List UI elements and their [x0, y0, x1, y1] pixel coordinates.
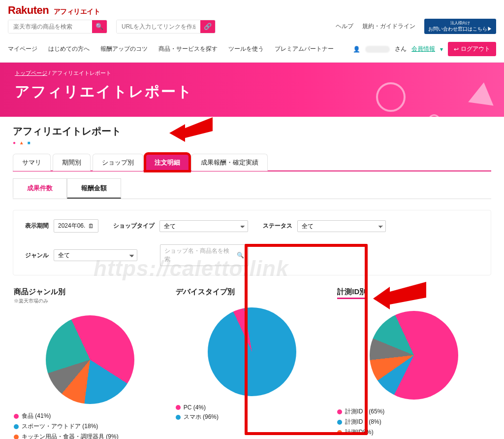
pie-genre: [46, 315, 134, 404]
tab-period[interactable]: 期間別: [53, 154, 91, 171]
filter-period: 表示期間 2024年06. 🗓: [25, 219, 98, 233]
chart-genre-note: ※楽天市場のみ: [14, 298, 167, 304]
url-link-button[interactable]: 🔗: [200, 20, 215, 34]
hero-deco-circle: [376, 82, 406, 112]
dot-blue: ■: [28, 140, 32, 145]
legend-label: 計測ID (8%): [345, 418, 381, 426]
top-right: ヘルプ 規約・ガイドライン 法人様向け お問い合わせ窓口はこちら▶: [336, 19, 496, 34]
legend-swatch: [337, 409, 342, 414]
pie-measure: [370, 311, 458, 400]
filter-shoptype: ショップタイプ 全て: [113, 220, 248, 232]
search-icon: 🔍: [237, 252, 244, 259]
legend-label: スポーツ・アウトドア (18%): [22, 422, 98, 431]
report-tabs: サマリ 期間別 ショップ別 注文明細 成果報酬・確定実績: [13, 153, 491, 171]
breadcrumb: トップページ / アフィリエイトレポート: [15, 69, 489, 77]
breadcrumb-here: アフィリエイトレポート: [52, 70, 111, 76]
chart-device-title: デバイスタイプ別: [176, 287, 329, 297]
section-title: アフィリエイトレポート: [13, 125, 491, 138]
legend-item: PC (4%): [176, 403, 329, 412]
url-search-input[interactable]: [117, 20, 200, 33]
url-search[interactable]: 🔗: [116, 20, 216, 34]
legend-swatch: [176, 415, 181, 420]
tab-summary[interactable]: サマリ: [13, 154, 51, 171]
logout-icon: ↩: [454, 46, 459, 53]
legend-swatch: [176, 405, 181, 410]
legend-swatch: [14, 435, 19, 439]
nav-tools[interactable]: ツールを使う: [228, 45, 264, 53]
shoptype-select[interactable]: 全て: [159, 220, 248, 232]
logo-sub: アフィリエイト: [54, 7, 100, 15]
user-icon: 👤: [353, 46, 360, 53]
logout-button[interactable]: ↩ ログアウト: [448, 42, 496, 56]
logo[interactable]: Rakuten アフィリエイト: [8, 4, 100, 17]
filter-box: 表示期間 2024年06. 🗓 ショップタイプ 全て ステータス 全て ジャンル…: [13, 210, 491, 275]
genre-select[interactable]: 全て: [54, 249, 137, 261]
chart-measure-title: 計測ID別: [337, 287, 367, 299]
legend-label: キッチン用品・食器・調理器具 (9%): [22, 433, 119, 439]
legend-label: 計測ID (65%): [345, 407, 384, 416]
member-info-link[interactable]: 会員情報: [411, 45, 435, 53]
tab-shop[interactable]: ショップ別: [93, 154, 143, 171]
shop-search[interactable]: ショップ名・商品名を検索 🔍: [160, 244, 249, 266]
pie-device: [208, 307, 296, 396]
chart-device: デバイスタイプ別 PC (4%)スマホ (96%): [176, 287, 329, 439]
user-san: さん: [395, 45, 407, 53]
breadcrumb-top[interactable]: トップページ: [15, 70, 47, 76]
logo-main: Rakuten: [8, 4, 49, 16]
product-search[interactable]: 🔍: [8, 20, 107, 34]
nav-row: マイページ はじめての方へ 報酬アップのコツ 商品・サービスを探す ツールを使う…: [0, 37, 504, 63]
period-picker[interactable]: 2024年06. 🗓: [54, 219, 98, 233]
status-select[interactable]: 全て: [297, 220, 386, 232]
subtab-amount[interactable]: 報酬金額: [67, 178, 121, 199]
tab-orders[interactable]: 注文明細: [145, 154, 189, 171]
hero-deco-triangle: [468, 81, 497, 106]
legend-item: 計測ID (8%): [337, 417, 490, 427]
link-icon: 🔗: [204, 23, 212, 30]
search-bar: 🔍 🔗 ヘルプ 規約・ガイドライン 法人様向け お問い合わせ窓口はこちら▶: [0, 19, 504, 37]
tab-results[interactable]: 成果報酬・確定実績: [191, 154, 268, 171]
user-name-blur: [365, 46, 390, 53]
contact-small: 法人様向け: [428, 21, 492, 26]
legend-swatch: [14, 414, 19, 419]
subtab-count[interactable]: 成果件数: [13, 178, 67, 199]
legend-label: 計測ID8%): [345, 428, 373, 437]
legend-swatch: [337, 430, 342, 435]
filter-shoptype-label: ショップタイプ: [113, 222, 155, 230]
chart-genre: 商品ジャンル別 ※楽天市場のみ 食品 (41%)スポーツ・アウトドア (18%)…: [14, 287, 167, 439]
chart-genre-title: 商品ジャンル別: [14, 287, 167, 297]
charts-row: 商品ジャンル別 ※楽天市場のみ 食品 (41%)スポーツ・アウトドア (18%)…: [13, 287, 491, 439]
filter-status: ステータス 全て: [263, 220, 386, 232]
legend-swatch: [337, 420, 342, 425]
hero: トップページ / アフィリエイトレポート アフィリエイトレポート: [0, 63, 504, 117]
filter-period-label: 表示期間: [25, 222, 49, 230]
sub-tabs: 成果件数 報酬金額: [13, 178, 491, 199]
hero-title: アフィリエイトレポート: [15, 82, 489, 102]
user-box: 👤 さん 会員情報 ▾ ↩ ログアウト: [353, 42, 496, 56]
brand-bar: Rakuten アフィリエイト: [0, 0, 504, 19]
legend-item: スポーツ・アウトドア (18%): [14, 421, 167, 432]
filter-genre-label: ジャンル: [25, 251, 49, 260]
color-legend-dots: ● ▲ ■: [13, 140, 491, 145]
hero-deco-small-circle: [428, 114, 440, 117]
product-search-input[interactable]: [8, 20, 92, 33]
chart-measure: 計測ID別 計測ID (65%)計測ID (8%)計測ID8%)計測ID (8%…: [337, 287, 490, 439]
nav-tips[interactable]: 報酬アップのコツ: [100, 45, 148, 53]
legend-label: PC (4%): [184, 404, 206, 411]
legend-item: スマホ (96%): [176, 412, 329, 422]
legend-label: 食品 (41%): [22, 412, 51, 420]
period-value: 2024年06.: [58, 222, 85, 230]
nav-beginners[interactable]: はじめての方へ: [48, 45, 90, 53]
nav-premium[interactable]: プレミアムパートナー: [275, 45, 334, 53]
legend-swatch: [14, 424, 19, 429]
terms-link[interactable]: 規約・ガイドライン: [362, 22, 415, 31]
legend-genre: 食品 (41%)スポーツ・アウトドア (18%)キッチン用品・食器・調理器具 (…: [14, 411, 167, 439]
report-segment: アフィリエイトレポート ● ▲ ■ サマリ 期間別 ショップ別 注文明細 成果報…: [0, 112, 504, 439]
help-link[interactable]: ヘルプ: [336, 22, 353, 31]
legend-device: PC (4%)スマホ (96%): [176, 403, 329, 422]
nav-mypage[interactable]: マイページ: [8, 45, 37, 53]
nav-products[interactable]: 商品・サービスを探す: [158, 45, 218, 53]
legend-item: キッチン用品・食器・調理器具 (9%): [14, 432, 167, 439]
contact-button[interactable]: 法人様向け お問い合わせ窓口はこちら▶: [424, 19, 496, 34]
logout-label: ログアウト: [461, 45, 490, 53]
product-search-button[interactable]: 🔍: [92, 20, 107, 34]
